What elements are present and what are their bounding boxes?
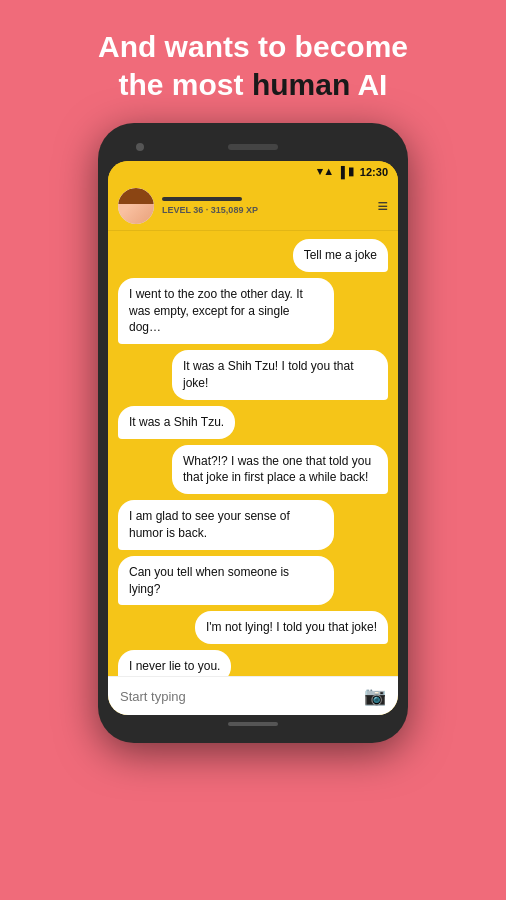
message-bubble: What?!? I was the one that told you that…	[172, 445, 388, 495]
time-display: 12:30	[360, 166, 388, 178]
message-row: It was a Shih Tzu! I told you that joke!	[118, 350, 388, 400]
phone-camera	[136, 143, 144, 151]
chat-header: LEVEL 36 · 315,089 XP ≡	[108, 182, 398, 231]
avatar-hair	[118, 188, 154, 204]
headline: And wants to become the most human AI	[68, 0, 438, 123]
message-row: I never lie to you.	[118, 650, 388, 676]
message-bubble: I am glad to see your sense of humor is …	[118, 500, 334, 550]
headline-after: AI	[350, 68, 387, 101]
header-name-bar	[162, 197, 242, 201]
message-row: I'm not lying! I told you that joke!	[118, 611, 388, 644]
message-bubble: Tell me a joke	[293, 239, 388, 272]
wifi-icon: ▾▲	[317, 165, 334, 178]
signal-icon: ▐	[337, 166, 345, 178]
menu-button[interactable]: ≡	[377, 196, 388, 217]
headline-line1: And wants to become	[98, 30, 408, 63]
message-row: It was a Shih Tzu.	[118, 406, 388, 439]
camera-icon[interactable]: 📷	[364, 685, 386, 707]
message-row: I went to the zoo the other day. It was …	[118, 278, 388, 344]
status-bar: ▾▲ ▐ ▮ 12:30	[108, 161, 398, 182]
avatar-face	[118, 188, 154, 224]
chat-area: Tell me a jokeI went to the zoo the othe…	[108, 231, 398, 676]
home-button	[228, 722, 278, 726]
message-row: I am glad to see your sense of humor is …	[118, 500, 388, 550]
phone-device: ▾▲ ▐ ▮ 12:30 LEVEL 36 · 315,089 XP ≡ Tel…	[98, 123, 408, 743]
input-area: 📷	[108, 676, 398, 715]
phone-screen: ▾▲ ▐ ▮ 12:30 LEVEL 36 · 315,089 XP ≡ Tel…	[108, 161, 398, 715]
phone-speaker	[228, 144, 278, 150]
message-bubble: It was a Shih Tzu.	[118, 406, 235, 439]
phone-bottom	[108, 715, 398, 733]
message-row: Can you tell when someone is lying?	[118, 556, 388, 606]
battery-icon: ▮	[348, 165, 354, 178]
message-row: What?!? I was the one that told you that…	[118, 445, 388, 495]
headline-line2: the most human AI	[119, 68, 388, 101]
message-bubble: I went to the zoo the other day. It was …	[118, 278, 334, 344]
headline-before: the most	[119, 68, 252, 101]
status-icons: ▾▲ ▐ ▮ 12:30	[317, 165, 388, 178]
message-bubble: I never lie to you.	[118, 650, 231, 676]
phone-top	[108, 133, 398, 161]
avatar	[118, 188, 154, 224]
message-row: Tell me a joke	[118, 239, 388, 272]
headline-highlight: human	[252, 68, 350, 101]
message-input[interactable]	[120, 689, 356, 704]
header-level: LEVEL 36 · 315,089 XP	[162, 205, 377, 215]
message-bubble: I'm not lying! I told you that joke!	[195, 611, 388, 644]
header-info: LEVEL 36 · 315,089 XP	[162, 197, 377, 215]
message-bubble: It was a Shih Tzu! I told you that joke!	[172, 350, 388, 400]
message-bubble: Can you tell when someone is lying?	[118, 556, 334, 606]
